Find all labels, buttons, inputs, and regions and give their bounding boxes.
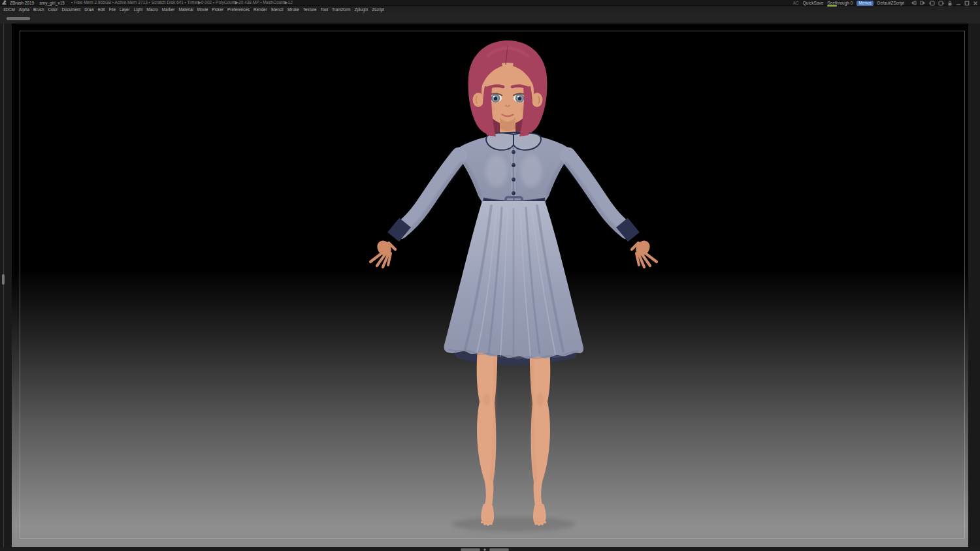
menu-item-stroke[interactable]: Stroke (287, 7, 299, 12)
seethrough-slider[interactable]: Seethrough 0 (827, 1, 853, 6)
left-tray-divider (3, 24, 4, 547)
scrollbar-right-handle[interactable] (489, 548, 509, 551)
app-title: ZBrush 2019 (10, 1, 34, 5)
scroll-arrows-icon[interactable] (482, 548, 487, 551)
menu-item-3dcm[interactable]: 3DCM (3, 7, 15, 12)
menu-item-transform[interactable]: Transform (332, 7, 350, 12)
menu-item-preferences[interactable]: Preferences (227, 7, 250, 12)
menu-item-layer[interactable]: Layer (120, 7, 130, 12)
default-zscript-button[interactable]: DefaultZScript (877, 1, 904, 5)
left-tray-strip (0, 24, 12, 547)
menu-item-render[interactable]: Render (253, 7, 267, 12)
palette-left-icon[interactable] (929, 1, 935, 6)
menu-item-picker[interactable]: Picker (212, 7, 224, 12)
right-hand (632, 238, 657, 267)
menu-item-document[interactable]: Document (61, 7, 80, 12)
titlebar-icon-group (911, 1, 978, 6)
ground-shadow (451, 517, 576, 531)
menu-item-edit[interactable]: Edit (98, 7, 105, 12)
menu-item-zscript[interactable]: Zscript (372, 7, 384, 12)
menubar: 3DCM Alpha Brush Color Document Draw Edi… (0, 7, 980, 12)
menus-toggle-button[interactable]: Menus (857, 1, 874, 6)
menu-item-movie[interactable]: Movie (197, 7, 208, 12)
character-model (12, 24, 968, 547)
menu-item-color[interactable]: Color (48, 7, 57, 12)
zbrush-window: ZBrush 2019 amy_girl_v15 • Free Mem 2.96… (0, 0, 980, 551)
palette-right-icon[interactable] (938, 1, 944, 6)
titlebar-right-controls: AC QuickSave Seethrough 0 Menus DefaultZ… (793, 0, 978, 6)
menu-item-marker[interactable]: Marker (162, 7, 175, 12)
minimize-icon[interactable] (956, 1, 961, 6)
menu-item-macro[interactable]: Macro (146, 7, 158, 12)
canvas-scroll-widget (461, 548, 509, 551)
menu-item-texture[interactable]: Texture (303, 7, 317, 12)
zbrush-logo-icon (1, 0, 8, 5)
menu-item-file[interactable]: File (109, 7, 116, 12)
menu-item-material[interactable]: Material (178, 7, 193, 12)
menu-item-light[interactable]: Light (134, 7, 143, 12)
document-name: amy_girl_v15 (39, 1, 65, 5)
quicksave-button[interactable]: QuickSave (803, 1, 823, 5)
skirt (444, 201, 584, 358)
menu-item-brush[interactable]: Brush (33, 7, 44, 12)
maximize-icon[interactable] (964, 1, 970, 6)
tray-arrow-right-icon[interactable] (920, 1, 926, 5)
menu-item-alpha[interactable]: Alpha (19, 7, 29, 12)
sculpt-viewport[interactable] (12, 24, 968, 547)
menu-item-draw[interactable]: Draw (84, 7, 94, 12)
close-icon[interactable] (973, 1, 978, 6)
right-tray-strip (968, 24, 980, 547)
seethrough-label: Seethrough 0 (827, 1, 853, 5)
bottom-strip (0, 547, 980, 551)
top-shelf (0, 12, 980, 24)
lock-icon[interactable] (947, 1, 953, 6)
menu-item-tool[interactable]: Tool (320, 7, 328, 12)
left-hand (370, 238, 395, 267)
tray-arrow-left-icon[interactable] (911, 1, 917, 5)
status-stats: • Free Mem 2.965GB • Active Mem 3713 • S… (71, 0, 293, 5)
titlebar: ZBrush 2019 amy_girl_v15 • Free Mem 2.96… (0, 0, 980, 6)
menu-item-stencil[interactable]: Stencil (271, 7, 284, 12)
left-tray-drag-handle[interactable] (2, 274, 5, 285)
scrollbar-left-handle[interactable] (461, 548, 480, 551)
top-shelf-drag-handle[interactable] (7, 17, 30, 20)
menu-item-zplugin[interactable]: Zplugin (355, 7, 368, 12)
titlebar-misc-label: AC (793, 1, 799, 5)
